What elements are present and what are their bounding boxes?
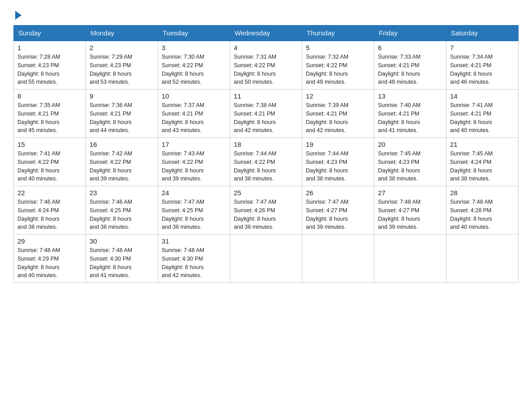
day-number: 17 [162,141,226,148]
calendar-cell: 14 Sunrise: 7:41 AMSunset: 4:21 PMDaylig… [446,90,519,138]
day-info: Sunrise: 7:39 AMSunset: 4:21 PMDaylight:… [306,101,370,135]
day-number: 10 [162,92,226,100]
day-number: 19 [306,141,370,148]
calendar-cell: 19 Sunrise: 7:44 AMSunset: 4:23 PMDaylig… [302,138,374,186]
day-number: 9 [90,92,154,100]
calendar-cell [230,235,302,283]
day-number: 7 [450,44,515,51]
calendar-cell: 29 Sunrise: 7:48 AMSunset: 4:29 PMDaylig… [14,235,86,283]
day-info: Sunrise: 7:44 AMSunset: 4:23 PMDaylight:… [306,150,370,183]
header-monday: Monday [86,26,158,41]
day-info: Sunrise: 7:48 AMSunset: 4:29 PMDaylight:… [17,246,82,280]
day-info: Sunrise: 7:47 AMSunset: 4:27 PMDaylight:… [306,198,370,231]
day-info: Sunrise: 7:48 AMSunset: 4:27 PMDaylight:… [378,198,442,231]
day-number: 22 [17,189,82,197]
day-number: 12 [306,92,370,100]
day-info: Sunrise: 7:46 AMSunset: 4:25 PMDaylight:… [90,198,154,231]
calendar-week-4: 22 Sunrise: 7:46 AMSunset: 4:24 PMDaylig… [14,186,519,235]
calendar-cell: 22 Sunrise: 7:46 AMSunset: 4:24 PMDaylig… [14,186,86,235]
day-info: Sunrise: 7:31 AMSunset: 4:22 PMDaylight:… [234,53,298,86]
calendar-cell: 20 Sunrise: 7:45 AMSunset: 4:23 PMDaylig… [374,138,446,186]
calendar-cell: 11 Sunrise: 7:38 AMSunset: 4:21 PMDaylig… [230,90,302,138]
calendar-week-2: 8 Sunrise: 7:35 AMSunset: 4:21 PMDayligh… [14,90,519,138]
calendar-cell: 23 Sunrise: 7:46 AMSunset: 4:25 PMDaylig… [86,186,158,235]
logo [13,9,22,21]
day-info: Sunrise: 7:32 AMSunset: 4:22 PMDaylight:… [306,53,370,86]
day-number: 1 [17,44,82,51]
calendar-cell: 31 Sunrise: 7:48 AMSunset: 4:30 PMDaylig… [158,235,230,283]
calendar-cell: 5 Sunrise: 7:32 AMSunset: 4:22 PMDayligh… [302,41,374,90]
calendar-cell: 27 Sunrise: 7:48 AMSunset: 4:27 PMDaylig… [374,186,446,235]
calendar-cell: 26 Sunrise: 7:47 AMSunset: 4:27 PMDaylig… [302,186,374,235]
day-number: 4 [234,44,298,51]
header-saturday: Saturday [446,26,519,41]
day-info: Sunrise: 7:48 AMSunset: 4:30 PMDaylight:… [162,246,226,280]
day-number: 13 [378,92,442,100]
day-number: 15 [17,141,82,148]
calendar-cell: 28 Sunrise: 7:48 AMSunset: 4:28 PMDaylig… [446,186,519,235]
calendar-cell: 24 Sunrise: 7:47 AMSunset: 4:25 PMDaylig… [158,186,230,235]
calendar-cell: 18 Sunrise: 7:44 AMSunset: 4:22 PMDaylig… [230,138,302,186]
day-info: Sunrise: 7:41 AMSunset: 4:21 PMDaylight:… [450,101,515,135]
day-number: 25 [234,189,298,197]
day-number: 31 [162,237,226,245]
calendar-cell: 21 Sunrise: 7:45 AMSunset: 4:24 PMDaylig… [446,138,519,186]
day-info: Sunrise: 7:48 AMSunset: 4:30 PMDaylight:… [90,246,154,280]
calendar-cell: 8 Sunrise: 7:35 AMSunset: 4:21 PMDayligh… [14,90,86,138]
calendar-table: SundayMondayTuesdayWednesdayThursdayFrid… [13,25,519,283]
day-number: 6 [378,44,442,51]
day-info: Sunrise: 7:35 AMSunset: 4:21 PMDaylight:… [17,101,82,135]
calendar-cell: 9 Sunrise: 7:36 AMSunset: 4:21 PMDayligh… [86,90,158,138]
calendar-week-5: 29 Sunrise: 7:48 AMSunset: 4:29 PMDaylig… [14,235,519,283]
calendar-cell: 25 Sunrise: 7:47 AMSunset: 4:26 PMDaylig… [230,186,302,235]
calendar-cell [446,235,519,283]
day-info: Sunrise: 7:47 AMSunset: 4:26 PMDaylight:… [234,198,298,231]
day-info: Sunrise: 7:47 AMSunset: 4:25 PMDaylight:… [162,198,226,231]
day-number: 2 [90,44,154,51]
day-info: Sunrise: 7:45 AMSunset: 4:24 PMDaylight:… [450,150,515,183]
calendar-week-1: 1 Sunrise: 7:28 AMSunset: 4:23 PMDayligh… [14,41,519,90]
day-info: Sunrise: 7:41 AMSunset: 4:22 PMDaylight:… [17,150,82,183]
day-info: Sunrise: 7:45 AMSunset: 4:23 PMDaylight:… [378,150,442,183]
day-number: 20 [378,141,442,148]
day-info: Sunrise: 7:44 AMSunset: 4:22 PMDaylight:… [234,150,298,183]
day-number: 26 [306,189,370,197]
calendar-cell: 17 Sunrise: 7:43 AMSunset: 4:22 PMDaylig… [158,138,230,186]
day-info: Sunrise: 7:46 AMSunset: 4:24 PMDaylight:… [17,198,82,231]
calendar-cell: 16 Sunrise: 7:42 AMSunset: 4:22 PMDaylig… [86,138,158,186]
calendar-cell: 3 Sunrise: 7:30 AMSunset: 4:22 PMDayligh… [158,41,230,90]
day-number: 24 [162,189,226,197]
day-info: Sunrise: 7:36 AMSunset: 4:21 PMDaylight:… [90,101,154,135]
day-info: Sunrise: 7:30 AMSunset: 4:22 PMDaylight:… [162,53,226,86]
day-number: 29 [17,237,82,245]
day-number: 28 [450,189,515,197]
day-number: 21 [450,141,515,148]
day-info: Sunrise: 7:40 AMSunset: 4:21 PMDaylight:… [378,101,442,135]
header-tuesday: Tuesday [158,26,230,41]
day-number: 23 [90,189,154,197]
calendar-cell: 6 Sunrise: 7:33 AMSunset: 4:21 PMDayligh… [374,41,446,90]
header-sunday: Sunday [14,26,86,41]
calendar-week-3: 15 Sunrise: 7:41 AMSunset: 4:22 PMDaylig… [14,138,519,186]
calendar-cell: 10 Sunrise: 7:37 AMSunset: 4:21 PMDaylig… [158,90,230,138]
day-number: 27 [378,189,442,197]
day-info: Sunrise: 7:37 AMSunset: 4:21 PMDaylight:… [162,101,226,135]
day-info: Sunrise: 7:28 AMSunset: 4:23 PMDaylight:… [17,53,82,86]
day-info: Sunrise: 7:48 AMSunset: 4:28 PMDaylight:… [450,198,515,231]
logo-arrow-icon [15,11,21,20]
day-number: 14 [450,92,515,100]
day-number: 16 [90,141,154,148]
header-wednesday: Wednesday [230,26,302,41]
header-thursday: Thursday [302,26,374,41]
calendar-header-row: SundayMondayTuesdayWednesdayThursdayFrid… [14,26,519,41]
calendar-cell [302,235,374,283]
day-info: Sunrise: 7:33 AMSunset: 4:21 PMDaylight:… [378,53,442,86]
day-number: 8 [17,92,82,100]
page-header [13,9,519,21]
calendar-cell: 1 Sunrise: 7:28 AMSunset: 4:23 PMDayligh… [14,41,86,90]
calendar-cell: 15 Sunrise: 7:41 AMSunset: 4:22 PMDaylig… [14,138,86,186]
day-info: Sunrise: 7:34 AMSunset: 4:21 PMDaylight:… [450,53,515,86]
day-info: Sunrise: 7:29 AMSunset: 4:23 PMDaylight:… [90,53,154,86]
day-number: 11 [234,92,298,100]
calendar-cell: 4 Sunrise: 7:31 AMSunset: 4:22 PMDayligh… [230,41,302,90]
